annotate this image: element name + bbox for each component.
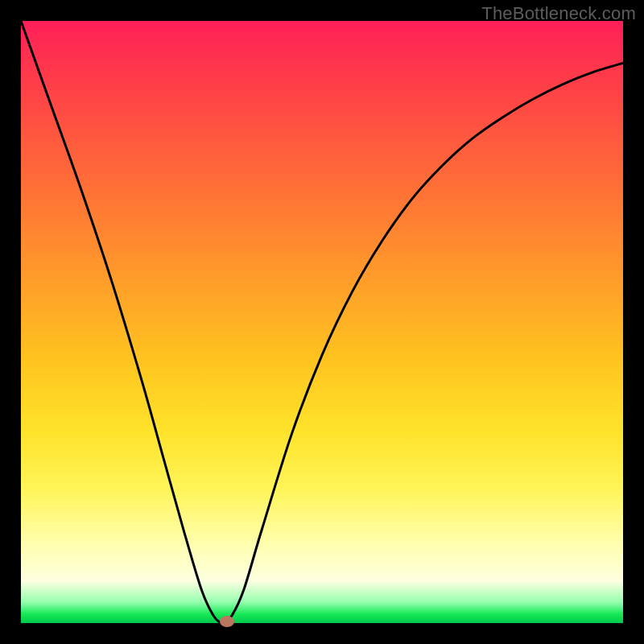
curve-svg [21,21,623,623]
curve-line [21,21,623,623]
plot-area [21,21,623,623]
chart-frame: TheBottleneck.com [0,0,644,644]
bottleneck-marker [220,616,234,627]
